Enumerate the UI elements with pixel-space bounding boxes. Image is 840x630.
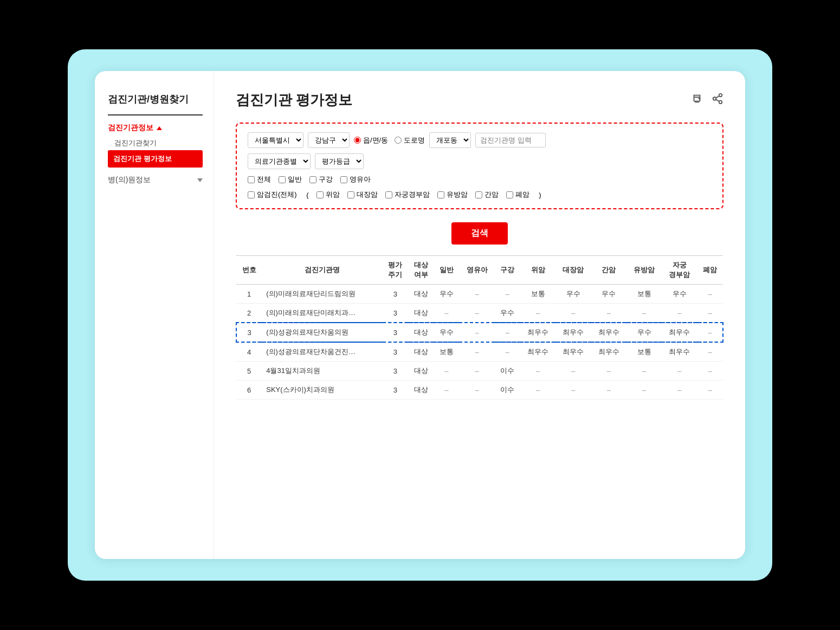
chk-uterus-text: 자궁경부암 xyxy=(395,190,430,200)
svg-line-5 xyxy=(716,99,719,101)
table-row[interactable]: 1(의)미래의료재단리드림의원3대상우수––보통우수우수보통우수– xyxy=(236,285,723,304)
svg-point-3 xyxy=(713,97,716,100)
search-form: 서울특별시 강남구 읍/면/동 도로명 xyxy=(236,123,723,209)
radio-road-label[interactable]: 도로명 xyxy=(395,136,425,145)
col-no: 번호 xyxy=(236,256,262,285)
chk-cancer-all-text: 암검진(전체) xyxy=(257,190,297,200)
chk-breast-text: 유방암 xyxy=(447,190,468,200)
svg-point-4 xyxy=(719,101,722,104)
section1-arrow-icon xyxy=(157,126,162,130)
sidebar-divider xyxy=(108,114,203,115)
col-target: 대상여부 xyxy=(408,256,434,285)
chk-colon[interactable] xyxy=(347,191,354,198)
search-btn-row: 검색 xyxy=(236,222,723,245)
table-row[interactable]: 3(의)성광의료재단차움의원3대상우수––최우수최우수최우수우수최우수– xyxy=(236,323,723,342)
header-icons xyxy=(691,93,723,107)
results-table: 번호 검진기관명 평가주기 대상여부 일반 영유아 구강 위암 대장암 간암 유… xyxy=(236,255,723,400)
chk-general[interactable] xyxy=(279,176,286,183)
chk-infant-label[interactable]: 영유아 xyxy=(340,175,371,184)
city-select[interactable]: 서울특별시 xyxy=(248,132,303,148)
table-row[interactable]: 2(의)미래의료재단미래치과…3대상––우수–––––– xyxy=(236,304,723,323)
sidebar-item-find[interactable]: 검진기관찾기 xyxy=(108,136,203,150)
sidebar-section-2-label: 병(의)원정보 xyxy=(108,175,151,185)
radio-dong[interactable] xyxy=(354,137,361,144)
chk-stomach[interactable] xyxy=(316,191,324,198)
radio-dong-label[interactable]: 읍/면/동 xyxy=(354,136,388,145)
chk-breast[interactable] xyxy=(437,191,444,198)
type-select[interactable]: 의료기관종별 xyxy=(248,153,311,169)
dong-select[interactable]: 개포동 xyxy=(429,132,471,148)
location-type-radio: 읍/면/동 도로명 xyxy=(354,136,425,145)
chk-liver-label[interactable]: 간암 xyxy=(475,190,499,200)
radio-dong-text: 읍/면/동 xyxy=(363,136,388,145)
table-row[interactable]: 4(의)성광의료재단차움건진…3대상보통––최우수최우수최우수보통최우수– xyxy=(236,342,723,362)
chk-liver-text: 간암 xyxy=(484,190,499,200)
table-header-row: 번호 검진기관명 평가주기 대상여부 일반 영유아 구강 위암 대장암 간암 유… xyxy=(236,256,723,285)
chk-uterus-label[interactable]: 자궁경부암 xyxy=(385,190,430,200)
chk-cancer-all-label[interactable]: 암검진(전체) xyxy=(248,190,297,200)
col-infant: 영유아 xyxy=(459,256,494,285)
chk-cancer-all[interactable] xyxy=(248,191,255,198)
chk-colon-text: 대장암 xyxy=(357,190,378,200)
chk-uterus[interactable] xyxy=(385,191,392,198)
sidebar-section-1[interactable]: 검진기관정보 xyxy=(108,123,203,133)
district-select[interactable]: 강남구 xyxy=(308,132,350,148)
institution-name-input[interactable] xyxy=(475,133,546,147)
table-row[interactable]: 54월31일치과의원3대상––이수–––––– xyxy=(236,362,723,381)
sidebar: 검진기관/병원찾기 검진기관정보 검진기관찾기 검진기관 평가정보 병(의)원정… xyxy=(95,71,214,559)
main-header: 검진기관 평가정보 xyxy=(236,91,723,110)
search-button[interactable]: 검색 xyxy=(451,222,508,245)
table-row[interactable]: 6SKY(스카이)치과의원3대상––이수–––––– xyxy=(236,381,723,400)
svg-point-1 xyxy=(699,98,700,99)
col-colon: 대장암 xyxy=(555,256,591,285)
chk-lung[interactable] xyxy=(506,191,513,198)
radio-road-text: 도로명 xyxy=(404,136,425,145)
chk-breast-label[interactable]: 유방암 xyxy=(437,190,468,200)
chk-infant-text: 영유아 xyxy=(350,175,371,184)
chk-stomach-text: 위암 xyxy=(326,190,340,200)
main-content: 검진기관 평가정보 xyxy=(214,71,745,559)
chk-dental-text: 구강 xyxy=(319,175,333,184)
search-row-1: 서울특별시 강남구 읍/면/동 도로명 xyxy=(248,132,712,148)
col-uterus: 자궁경부암 xyxy=(662,256,697,285)
sidebar-section-1-label: 검진기관정보 xyxy=(108,123,153,133)
share-button[interactable] xyxy=(712,93,723,107)
sidebar-title: 검진기관/병원찾기 xyxy=(108,93,203,106)
sidebar-section2-chevron-icon xyxy=(197,178,203,182)
cancer-checkboxes: 암검진(전체) ( 위암 대장암 자궁경부암 xyxy=(248,190,541,200)
grade-select[interactable]: 평가등급 xyxy=(315,153,364,169)
chk-dental[interactable] xyxy=(309,176,316,183)
col-name: 검진기관명 xyxy=(262,256,382,285)
col-cycle: 평가주기 xyxy=(383,256,408,285)
cancer-paren-open: ( xyxy=(305,191,309,199)
category-checkboxes: 전체 일반 구강 영유아 xyxy=(248,175,371,184)
col-stomach: 위암 xyxy=(520,256,555,285)
sidebar-section-2[interactable]: 병(의)원정보 xyxy=(108,170,203,190)
col-breast: 유방암 xyxy=(626,256,662,285)
outer-wrapper: 검진기관/병원찾기 검진기관정보 검진기관찾기 검진기관 평가정보 병(의)원정… xyxy=(68,49,772,581)
chk-dental-label[interactable]: 구강 xyxy=(309,175,333,184)
svg-point-2 xyxy=(719,94,722,97)
chk-infant[interactable] xyxy=(340,176,347,183)
chk-stomach-label[interactable]: 위암 xyxy=(316,190,340,200)
col-dental: 구강 xyxy=(495,256,520,285)
col-liver: 간암 xyxy=(591,256,626,285)
chk-lung-text: 폐암 xyxy=(515,190,529,200)
cancer-paren-close: ) xyxy=(537,191,541,199)
chk-all-label[interactable]: 전체 xyxy=(248,175,271,184)
chk-lung-label[interactable]: 폐암 xyxy=(506,190,529,200)
svg-line-6 xyxy=(716,96,719,98)
radio-road[interactable] xyxy=(395,137,402,144)
chk-general-label[interactable]: 일반 xyxy=(279,175,302,184)
col-lung: 폐암 xyxy=(697,256,723,285)
search-row-2: 의료기관종별 평가등급 xyxy=(248,153,712,169)
print-button[interactable] xyxy=(691,93,703,107)
chk-liver[interactable] xyxy=(475,191,482,198)
search-row-4: 암검진(전체) ( 위암 대장암 자궁경부암 xyxy=(248,190,712,200)
chk-all[interactable] xyxy=(248,176,255,183)
chk-all-text: 전체 xyxy=(257,175,271,184)
search-row-3: 전체 일반 구강 영유아 xyxy=(248,175,712,184)
sidebar-item-evaluation[interactable]: 검진기관 평가정보 xyxy=(108,150,203,168)
page-title: 검진기관 평가정보 xyxy=(236,91,352,110)
chk-colon-label[interactable]: 대장암 xyxy=(347,190,378,200)
